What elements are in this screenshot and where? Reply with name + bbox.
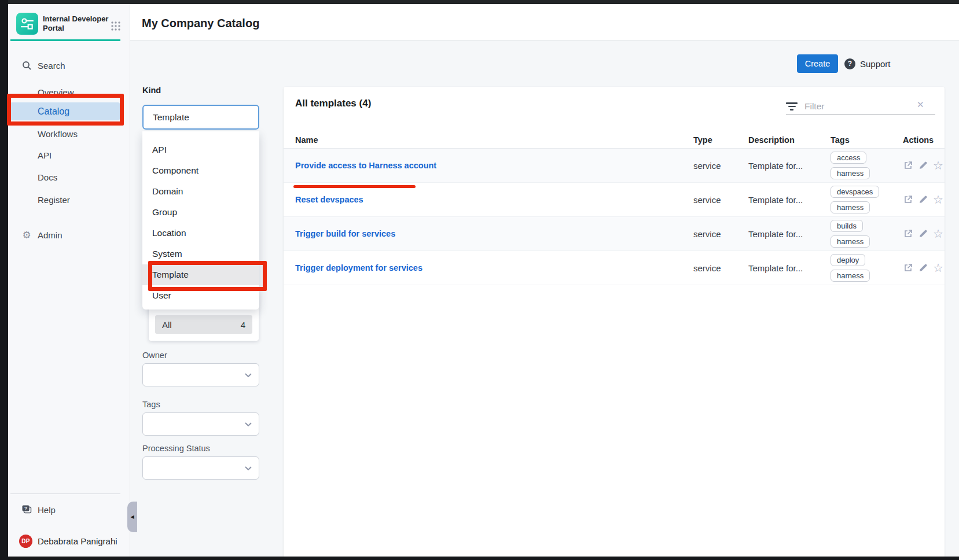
column-header-type: Type <box>693 135 748 145</box>
kind-count-all-row[interactable]: All 4 <box>155 315 252 334</box>
kind-count-all-label: All <box>162 320 172 330</box>
template-link[interactable]: Trigger build for services <box>295 229 395 238</box>
support-label: Support <box>860 59 891 69</box>
chevron-down-icon <box>245 422 252 427</box>
template-link[interactable]: Reset devspaces <box>295 195 363 204</box>
kind-option-domain[interactable]: Domain <box>142 181 259 202</box>
sidebar-item-api[interactable]: API <box>8 146 130 164</box>
sidebar-item-overview[interactable]: Overview <box>8 83 130 101</box>
row-description: Template for... <box>748 161 831 171</box>
column-header-name: Name <box>295 135 693 145</box>
kind-option-user[interactable]: User <box>142 285 259 306</box>
collapse-arrow-icon: ◀ <box>130 514 134 520</box>
page-title: My Company Catalog <box>142 17 259 30</box>
sidebar-item-workflows[interactable]: Workflows <box>8 125 130 142</box>
column-header-description: Description <box>748 135 831 145</box>
sidebar-collapse-handle[interactable]: ◀ <box>127 502 137 532</box>
idp-logo-icon <box>16 13 38 35</box>
filter-input[interactable] <box>804 98 909 115</box>
tag-chip[interactable]: devspaces <box>831 186 879 198</box>
column-header-tags: Tags <box>831 135 903 145</box>
edit-pencil-icon[interactable] <box>918 194 928 205</box>
table-row: Trigger build for services service Templ… <box>284 217 945 251</box>
annotation-red-underline <box>293 185 416 188</box>
column-header-actions: Actions <box>903 135 945 145</box>
svg-text:?: ? <box>24 506 27 511</box>
user-name: Debabrata Panigrahi <box>38 536 117 546</box>
edit-pencil-icon[interactable] <box>918 263 928 273</box>
star-icon[interactable]: ☆ <box>933 194 943 205</box>
kind-option-location[interactable]: Location <box>142 223 259 244</box>
chevron-down-icon <box>245 466 252 471</box>
row-type: service <box>693 263 748 273</box>
avatar: DP <box>19 535 32 548</box>
row-type: service <box>693 229 748 239</box>
table-header-row: Name Type Description Tags Actions <box>284 132 945 149</box>
help-chat-icon: ? <box>21 504 32 515</box>
tag-chip[interactable]: access <box>831 152 866 164</box>
tag-chip[interactable]: harness <box>831 270 870 282</box>
filter-icon <box>786 102 798 110</box>
tag-chip[interactable]: builds <box>831 220 863 232</box>
processing-status-select[interactable] <box>142 456 259 480</box>
kind-dropdown-menu: API Component Domain Group Location Syst… <box>142 131 259 310</box>
brand-title: Internal Developer Portal <box>43 14 108 33</box>
owner-select[interactable] <box>142 363 259 386</box>
row-type: service <box>693 195 748 205</box>
tag-chip[interactable]: harness <box>831 235 870 248</box>
search-icon <box>21 60 32 71</box>
sidebar-user[interactable]: DP Debabrata Panigrahi <box>8 532 130 550</box>
template-link[interactable]: Provide access to Harness account <box>295 161 436 170</box>
star-icon[interactable]: ☆ <box>933 160 943 171</box>
table-body: Provide access to Harness account servic… <box>284 149 945 285</box>
table-row: Trigger deployment for services service … <box>284 251 945 285</box>
kind-option-template[interactable]: Template <box>142 264 259 285</box>
search-label: Search <box>38 61 65 71</box>
edit-pencil-icon[interactable] <box>918 229 928 239</box>
star-icon[interactable]: ☆ <box>933 263 943 273</box>
support-button[interactable]: ? Support <box>844 54 891 73</box>
sidebar-bottom-divider <box>10 493 120 494</box>
template-link[interactable]: Trigger deployment for services <box>295 263 422 272</box>
tags-filter-label: Tags <box>142 400 160 409</box>
app-switcher-grid-icon[interactable] <box>110 20 122 32</box>
row-description: Template for... <box>748 229 831 239</box>
kind-select[interactable]: Template <box>142 105 259 130</box>
sidebar-item-catalog[interactable]: Catalog <box>10 102 120 120</box>
kind-option-component[interactable]: Component <box>142 160 259 181</box>
sidebar-item-help[interactable]: ? Help <box>8 501 130 518</box>
tags-select[interactable] <box>142 412 259 436</box>
kind-count-all-value: 4 <box>241 320 245 330</box>
window-edge-bottom <box>0 557 959 560</box>
tag-chip[interactable]: deploy <box>831 254 865 266</box>
kind-select-value: Template <box>153 112 189 123</box>
kind-option-system[interactable]: System <box>142 244 259 264</box>
window-edge-top <box>0 0 959 4</box>
open-in-new-icon[interactable] <box>903 229 913 239</box>
sidebar-search[interactable]: Search <box>8 57 130 74</box>
open-in-new-icon[interactable] <box>903 263 913 273</box>
star-icon[interactable]: ☆ <box>933 229 943 239</box>
sidebar-item-register[interactable]: Register <box>8 191 130 208</box>
screen: Internal Developer Portal Search <box>0 0 959 560</box>
kind-option-group[interactable]: Group <box>142 202 259 223</box>
question-circle-icon: ? <box>844 58 855 69</box>
clear-filter-icon[interactable]: ✕ <box>917 100 924 110</box>
kind-option-api[interactable]: API <box>142 139 259 160</box>
sidebar: Internal Developer Portal Search <box>8 4 130 557</box>
filter-underline <box>786 114 935 115</box>
sidebar-item-admin[interactable]: ⚙ Admin <box>8 226 130 244</box>
edit-pencil-icon[interactable] <box>918 160 928 171</box>
create-button[interactable]: Create <box>797 54 838 73</box>
top-header: My Company Catalog <box>130 4 959 40</box>
tag-chip[interactable]: harness <box>831 201 870 213</box>
chevron-down-icon <box>245 373 252 378</box>
sidebar-item-docs[interactable]: Docs <box>8 168 130 186</box>
kind-label: Kind <box>142 86 161 95</box>
open-in-new-icon[interactable] <box>903 160 913 171</box>
tag-chip[interactable]: harness <box>831 167 870 179</box>
table-title: All templates (4) <box>295 98 371 109</box>
gear-icon: ⚙ <box>21 229 32 241</box>
table-filter <box>786 98 935 115</box>
open-in-new-icon[interactable] <box>903 194 913 205</box>
